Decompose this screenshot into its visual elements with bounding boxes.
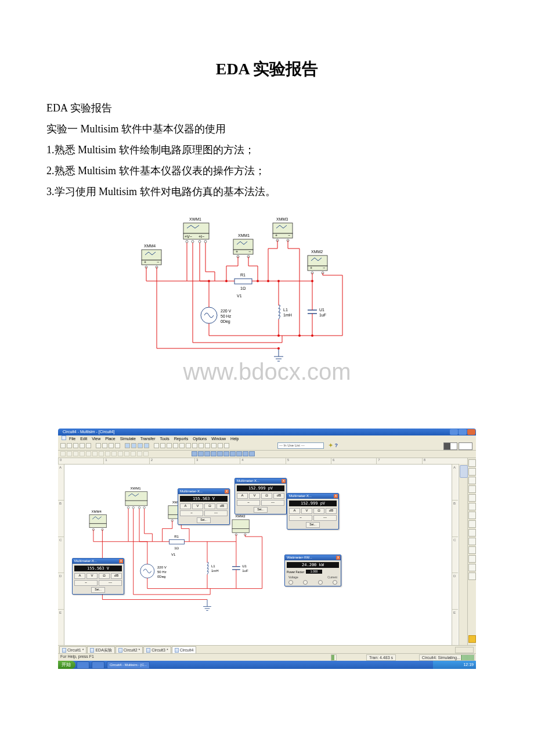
window-titlebar[interactable]: Circuit4 - Multisim - [Circuit4] [58,429,476,435]
toolbar-icon[interactable] [86,443,91,448]
horizontal-scrollbar[interactable] [455,647,474,653]
instrument-icon[interactable] [468,468,476,476]
multimeter-xmm3-dialog[interactable]: Multimeter-X...X 152.999 pV A V Ω dB ~ —… [234,478,287,514]
quick-launch-icon[interactable] [92,661,104,669]
menu-transfer[interactable]: Transfer [140,437,156,441]
toolbar-icon[interactable] [60,443,66,448]
multimeter-xmm4-dialog[interactable]: Multimeter-X...X 155.563 V A V Ω dB ~ — … [72,558,124,595]
multimeter-xmm1-dialog[interactable]: Multimeter-X...X 155.563 V A V Ω dB ~ — … [178,488,230,525]
zoom-icon[interactable] [131,443,136,448]
toolbar-icon[interactable] [60,451,66,456]
component-icon[interactable] [192,451,197,456]
instrument-icon[interactable] [468,538,476,545]
toolbar-icon[interactable] [124,451,129,456]
toolbar-icon[interactable] [143,451,149,456]
toolbar-icon[interactable] [105,451,110,456]
instrument-icon[interactable] [468,564,476,571]
toolbar-icon[interactable] [211,443,217,448]
menu-view[interactable]: View [92,437,100,441]
component-icon[interactable] [243,451,248,456]
component-icon[interactable] [204,451,210,456]
menu-window[interactable]: Window [211,437,226,441]
mm-mode-v[interactable]: V [86,573,98,579]
menu-options[interactable]: Options [193,437,207,441]
toolbar-icon[interactable] [218,443,223,448]
toolbar-icon[interactable] [109,443,114,448]
toolbar-icon[interactable] [205,443,210,448]
zoom-icon[interactable] [144,443,149,448]
menu-bar[interactable]: File Edit View Place Simulate Transfer T… [58,435,476,442]
toolbar-icon[interactable] [102,443,107,448]
toolbar-icon[interactable] [115,443,120,448]
menu-edit[interactable]: Edit [80,437,87,441]
schematic-canvas[interactable]: 012345678 ABCDE ABCDE XMM4 [58,458,467,645]
system-tray[interactable]: 12:19 [433,661,476,669]
toolbar-icon[interactable] [160,443,165,448]
toolbar-icon[interactable] [186,443,191,448]
instrument-icon[interactable] [468,520,476,528]
tab-eda[interactable]: EDA实验 [87,646,114,653]
instrument-icon[interactable] [468,635,476,643]
instrument-icon[interactable] [468,485,476,493]
toolbar-icon[interactable] [118,451,123,456]
menu-help[interactable]: Help [230,437,239,441]
toolbar-icon[interactable] [179,443,185,448]
toolbar-icon[interactable] [137,451,142,456]
run-switch[interactable] [443,442,457,450]
toolbar-icon[interactable] [73,451,78,456]
toolbar-icon[interactable] [92,451,98,456]
close-button[interactable] [467,429,475,435]
component-icon[interactable] [249,451,255,456]
component-icon[interactable] [236,451,242,456]
mm-mode-a[interactable]: A [74,573,85,579]
dialog-close-icon[interactable]: X [119,559,123,563]
instrument-icon[interactable] [468,529,476,537]
mm-set[interactable]: Set... [91,587,105,593]
menu-simulate[interactable]: Simulate [120,437,136,441]
mm-mode-db[interactable]: dB [111,573,122,579]
instrument-icon[interactable] [468,459,476,467]
mm-ac[interactable]: ~ [74,580,98,586]
instrument-icon[interactable] [468,573,476,580]
toolbar-icon[interactable] [154,443,159,448]
pause-switch[interactable] [459,442,472,450]
mm-dc[interactable]: — [99,580,122,586]
maximize-button[interactable] [459,429,467,435]
toolbar-icon[interactable] [73,443,78,448]
tab-circuit4[interactable]: Circuit4 [172,646,197,653]
inuse-dropdown[interactable]: --- In Use List --- [277,442,324,449]
tab-circuit2[interactable]: Circuit2 * [116,646,143,653]
multimeter-xmm2-dialog[interactable]: Multimeter-X...X 152.999 pV A V Ω dB ~ —… [287,493,339,530]
zoom-icon[interactable] [138,443,143,448]
toolbar-icon[interactable] [173,443,178,448]
tab-circuit3[interactable]: Circuit3 * [143,646,171,653]
toolbar-icon[interactable] [111,451,117,456]
start-button[interactable]: 开始 [58,661,75,669]
dialog-close-icon[interactable]: X [336,556,340,560]
quick-launch-icon[interactable] [77,661,89,669]
toolbar-icon[interactable] [99,451,104,456]
toolbar-icon[interactable] [67,451,72,456]
toolbar-icon[interactable] [86,451,91,456]
component-icon[interactable] [217,451,223,456]
toolbar-icon[interactable] [96,443,101,448]
menu-file[interactable]: File [69,437,75,441]
vertical-scrollbar[interactable] [459,464,467,645]
instrument-icon[interactable] [468,512,476,519]
toolbar-icon[interactable] [224,443,229,448]
menu-tools[interactable]: Tools [160,437,169,441]
tab-circuit1[interactable]: Circuit1 * [59,646,86,653]
instrument-icon[interactable] [468,555,476,563]
component-icon[interactable] [230,451,236,456]
mm-mode-ohm[interactable]: Ω [99,573,110,579]
minimize-button[interactable] [450,429,458,435]
component-icon[interactable] [211,451,217,456]
dialog-close-icon[interactable]: X [282,479,286,483]
dialog-close-icon[interactable]: X [334,494,338,498]
zoom-icon[interactable] [125,443,130,448]
dialog-close-icon[interactable]: X [225,489,229,494]
instrument-icon[interactable] [468,477,476,484]
toolbar-icon[interactable] [131,451,136,456]
help-icon[interactable]: ✦ ? [329,442,338,448]
menu-place[interactable]: Place [105,437,116,441]
